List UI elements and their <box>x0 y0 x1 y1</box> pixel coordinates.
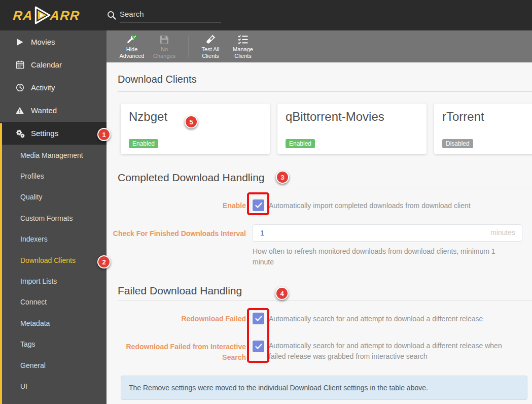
sidebar-item-media-management[interactable]: Media Management <box>0 145 107 165</box>
test-all-clients-button[interactable]: Test All Clients <box>196 33 225 59</box>
sidebar-item-settings[interactable]: Settings <box>0 122 107 145</box>
annotation-step-3: 3 <box>276 171 289 184</box>
sidebar-item-label: Settings <box>31 129 58 138</box>
sidebar-item-metadata[interactable]: Metadata <box>0 313 107 333</box>
sidebar-item-label: Calendar <box>31 60 62 69</box>
sidebar-item-movies[interactable]: Movies <box>0 30 107 53</box>
redownload-interactive-help-text: Automatically search for and attempt to … <box>269 341 507 362</box>
manage-clients-button[interactable]: Manage Clients <box>229 33 257 59</box>
sidebar-item-profiles[interactable]: Profiles <box>0 165 107 186</box>
sidebar-item-general[interactable]: General <box>0 355 107 376</box>
redownload-interactive-label: Redownload Failed from Interactive Searc… <box>107 341 246 363</box>
redownload-interactive-row: Redownload Failed from Interactive Searc… <box>107 341 532 363</box>
sidebar-item-tags[interactable]: Tags <box>0 334 107 355</box>
no-changes-button[interactable]: No Changes <box>150 33 179 59</box>
search-icon <box>107 10 117 20</box>
enable-help-text: Automatically import completed downloads… <box>269 200 471 211</box>
sidebar-item-calendar[interactable]: Calendar <box>0 53 107 76</box>
client-name: rTorrent <box>442 110 532 124</box>
sidebar-sub-label: Media Management <box>20 151 83 159</box>
annotation-box-enable-checkbox <box>247 192 269 215</box>
warning-icon <box>15 107 25 115</box>
sidebar-item-connect[interactable]: Connect <box>0 292 107 313</box>
sidebar-item-quality[interactable]: Quality <box>0 187 107 208</box>
settings-accent-bar <box>0 123 2 404</box>
logo-text-left: RA <box>12 8 33 23</box>
annotation-box-failed-checkboxes <box>247 308 269 363</box>
sidebar-sub-label: Download Clients <box>20 256 76 264</box>
top-navigation-bar: RA ARR <box>0 0 532 30</box>
toolbar-button-label: No Changes <box>150 46 179 59</box>
sidebar-item-label: Wanted <box>31 106 57 115</box>
info-alert: The Remove settings were moved to the in… <box>121 376 527 400</box>
toolbar-button-label: Test All Clients <box>196 46 225 59</box>
play-icon <box>15 38 25 46</box>
sidebar-item-import-lists[interactable]: Import Lists <box>0 271 107 291</box>
settings-page: Download Clients Nzbget Enabled qBittorr… <box>107 73 532 400</box>
annotation-step-1: 1 <box>97 128 111 141</box>
radarr-logo[interactable]: RA ARR <box>0 6 107 25</box>
download-clients-cards: Nzbget Enabled qBittorrent-Movies Enable… <box>121 104 532 154</box>
interval-row: Check For Finished Downloads Interval mi… <box>107 224 532 267</box>
client-name: qBittorrent-Movies <box>286 110 418 124</box>
page-title: Download Clients <box>118 73 532 92</box>
redownload-failed-label: Redownload Failed <box>107 313 246 324</box>
sidebar-sub-label: Quality <box>20 193 43 201</box>
sidebar-sub-label: Custom Formats <box>20 214 73 222</box>
search-input[interactable] <box>120 9 221 22</box>
sidebar-sub-label: Connect <box>20 298 47 306</box>
sidebar-sub-label: Metadata <box>20 319 50 327</box>
redownload-failed-help-text: Automatically search for and attempt to … <box>269 314 483 324</box>
list-check-icon <box>237 33 249 45</box>
sidebar: Movies Calendar Activity Wanted Settings… <box>0 30 107 404</box>
hide-advanced-button[interactable]: Hide Advanced <box>118 33 146 59</box>
gears-icon <box>15 129 25 138</box>
main-content: Hide Advanced No Changes Test All Client… <box>107 30 532 404</box>
completed-download-handling-title: Completed Download Handling <box>118 172 532 187</box>
failed-download-handling-title: Failed Download Handling <box>118 285 532 300</box>
toolbar-button-label: Hide Advanced <box>118 46 146 59</box>
annotation-step-4: 4 <box>275 287 289 300</box>
sidebar-item-download-clients[interactable]: Download Clients <box>0 250 107 271</box>
sidebar-sub-label: Profiles <box>20 172 44 180</box>
sidebar-item-indexers[interactable]: Indexers <box>0 229 107 250</box>
toolbar-separator <box>189 36 189 58</box>
search-bar <box>107 9 221 22</box>
sidebar-sub-label: Indexers <box>20 235 48 243</box>
status-badge: Enabled <box>286 139 315 148</box>
sidebar-sub-label: Tags <box>20 340 36 348</box>
sidebar-item-activity[interactable]: Activity <box>0 76 107 99</box>
sidebar-item-wanted[interactable]: Wanted <box>0 99 107 122</box>
interval-label: Check For Finished Downloads Interval <box>107 224 246 239</box>
enable-row: Enable Automatically import completed do… <box>107 199 532 211</box>
enable-label: Enable <box>107 199 246 211</box>
redownload-failed-row: Redownload Failed Automatically search f… <box>107 313 532 324</box>
status-badge: Disabled <box>442 139 473 148</box>
sidebar-sub-label: Import Lists <box>20 277 57 285</box>
interval-help-text: How often to refresh monitored downloads… <box>253 246 496 267</box>
sidebar-item-custom-formats[interactable]: Custom Formats <box>0 208 107 228</box>
interval-input[interactable] <box>253 224 522 242</box>
sidebar-item-label: Activity <box>31 83 55 92</box>
info-alert-text: The Remove settings were moved to the in… <box>129 384 428 392</box>
sidebar-sub-label: General <box>20 361 46 369</box>
test-tube-icon <box>205 33 216 45</box>
save-icon <box>159 33 169 45</box>
clock-icon <box>15 83 25 92</box>
toolbar-button-label: Manage Clients <box>229 46 257 59</box>
radarr-play-emblem-icon <box>32 6 51 25</box>
sidebar-sub-label: UI <box>20 382 27 390</box>
client-card-rtorrent[interactable]: rTorrent Disabled <box>434 104 532 154</box>
annotation-step-5: 5 <box>185 115 198 128</box>
sidebar-item-ui[interactable]: UI <box>0 376 107 396</box>
logo-text-right: ARR <box>50 8 81 23</box>
wrench-check-icon <box>126 33 138 45</box>
interval-units: minutes <box>490 228 515 237</box>
calendar-icon <box>15 60 25 69</box>
page-toolbar: Hide Advanced No Changes Test All Client… <box>107 30 532 62</box>
status-badge: Enabled <box>129 139 158 148</box>
sidebar-item-label: Movies <box>31 38 55 46</box>
client-card-qbittorrent[interactable]: qBittorrent-Movies Enabled <box>277 104 427 154</box>
annotation-step-2: 2 <box>97 255 111 268</box>
client-card-nzbget[interactable]: Nzbget Enabled <box>121 104 270 154</box>
